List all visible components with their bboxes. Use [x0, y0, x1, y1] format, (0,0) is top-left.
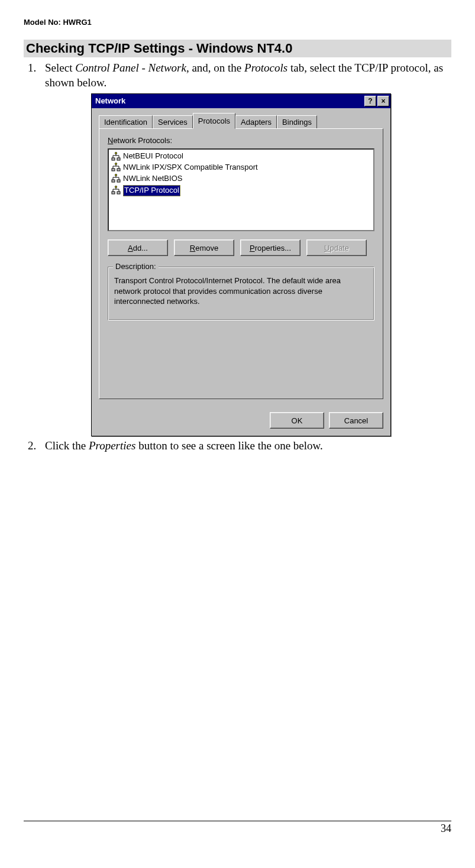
list-item[interactable]: NWLink NetBIOS: [110, 173, 372, 184]
page-footer: 34: [24, 821, 451, 835]
description-groupbox: Description: Transport Control Protocol/…: [108, 267, 374, 320]
svg-point-8: [115, 174, 117, 176]
btn-rest: roperties...: [255, 244, 291, 252]
tab-identification[interactable]: Identification: [99, 115, 153, 129]
list-item[interactable]: NetBEUI Protocol: [110, 151, 372, 162]
remove-button[interactable]: Remove: [174, 239, 234, 256]
svg-rect-0: [112, 158, 115, 160]
list-item[interactable]: NWLink IPX/SPX Compatible Transport: [110, 162, 372, 173]
tab-protocols[interactable]: Protocols: [193, 113, 235, 129]
list-item-label: NWLink IPX/SPX Compatible Transport: [123, 163, 258, 173]
list-item-label: NetBEUI Protocol: [123, 151, 183, 161]
cancel-button[interactable]: Cancel: [329, 412, 383, 429]
protocol-icon: [111, 186, 121, 195]
dialog-title: Network: [95, 96, 363, 106]
step-1-italic-2: Protocols: [244, 61, 287, 74]
svg-point-5: [115, 163, 117, 165]
step-1-text-b: , and, on the: [186, 61, 244, 74]
svg-rect-6: [112, 180, 115, 182]
tab-bindings[interactable]: Bindings: [277, 115, 317, 129]
help-button[interactable]: ?: [364, 96, 376, 106]
screenshot-network-dialog: Network ? × Identification Services Prot…: [91, 93, 451, 436]
svg-rect-9: [112, 192, 115, 194]
mn: U: [324, 244, 329, 252]
titlebar: Network ? ×: [92, 94, 390, 108]
protocol-icon: [111, 174, 121, 183]
protocol-icon: [111, 163, 121, 172]
svg-rect-4: [117, 169, 120, 171]
step-2-italic-1: Properties: [89, 439, 136, 452]
description-legend: Description:: [113, 262, 159, 272]
mn: P: [250, 244, 255, 252]
btn-rest: pdate: [329, 244, 349, 252]
btn-rest: emove: [195, 244, 218, 252]
properties-button[interactable]: Properties...: [240, 239, 300, 256]
dialog-footer: OK Cancel: [92, 406, 390, 436]
header-model: Model No: HWRG1: [24, 18, 451, 27]
step-1-italic-1: Control Panel - Network: [75, 61, 186, 74]
ok-button[interactable]: OK: [270, 412, 324, 429]
section-heading: Checking TCP/IP Settings - Windows NT4.0: [24, 40, 451, 57]
steps-list: Select Control Panel - Network, and, on …: [24, 61, 451, 454]
description-text: Transport Control Protocol/Internet Prot…: [114, 276, 368, 307]
svg-point-11: [115, 186, 117, 188]
step-2-text-a: Click the: [45, 439, 89, 452]
tab-page-protocols: Network Protocols: NetBEUI Protocol NWLi…: [99, 128, 383, 399]
update-button: Update: [306, 239, 367, 256]
svg-rect-1: [117, 158, 120, 160]
protocols-listbox[interactable]: NetBEUI Protocol NWLink IPX/SPX Compatib…: [108, 148, 374, 231]
step-1-text-a: Select: [45, 61, 75, 74]
mn: R: [190, 244, 195, 252]
label-rest: etwork Protocols:: [113, 136, 172, 145]
list-item-label: NWLink NetBIOS: [123, 174, 182, 184]
mn: A: [128, 244, 133, 252]
svg-rect-7: [117, 180, 120, 182]
page-number: 34: [441, 822, 451, 834]
list-item-label: TCP/IP Protocol: [123, 185, 180, 196]
list-item-selected[interactable]: TCP/IP Protocol: [110, 184, 372, 197]
btn-rest: dd...: [133, 244, 148, 252]
step-2-text-b: button to see a screen like the one belo…: [135, 439, 322, 452]
tab-services[interactable]: Services: [153, 115, 193, 129]
svg-point-2: [115, 152, 117, 154]
network-protocols-label: Network Protocols:: [108, 136, 374, 146]
button-row: Add... Remove Properties... Update: [108, 239, 374, 256]
tab-adapters[interactable]: Adapters: [235, 115, 277, 129]
step-2: Click the Properties button to see a scr…: [39, 439, 451, 454]
svg-rect-10: [117, 192, 120, 194]
step-1: Select Control Panel - Network, and, on …: [39, 61, 451, 436]
label-mnemonic: N: [108, 136, 113, 145]
protocol-icon: [111, 152, 121, 161]
dialog-body: Identification Services Protocols Adapte…: [92, 108, 390, 406]
svg-rect-3: [112, 169, 115, 171]
tabstrip: Identification Services Protocols Adapte…: [99, 113, 383, 129]
add-button[interactable]: Add...: [108, 239, 168, 256]
network-dialog: Network ? × Identification Services Prot…: [91, 93, 391, 436]
close-button[interactable]: ×: [377, 96, 389, 106]
